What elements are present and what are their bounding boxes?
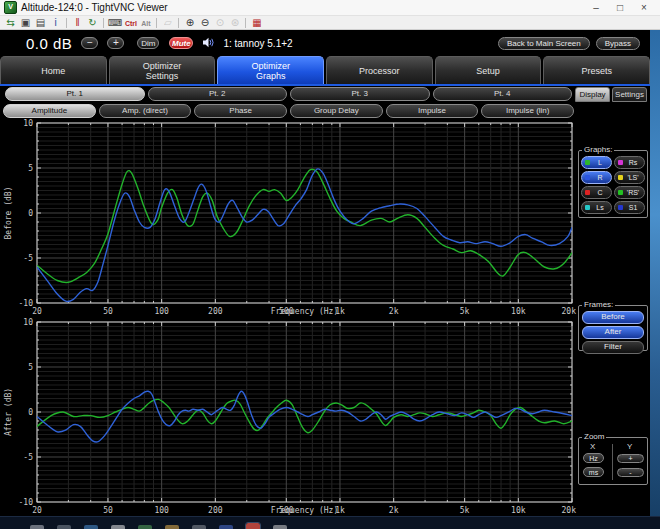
taskbar-app-icon[interactable] (219, 525, 233, 529)
frame-button-filter[interactable]: Filter (582, 341, 644, 354)
zoom-in-button[interactable]: ⊕ (183, 17, 196, 29)
mute-button[interactable]: Mute (169, 37, 193, 49)
taskbar-app-icon[interactable] (138, 525, 152, 529)
channel-button-r[interactable]: R (581, 171, 612, 184)
frames-box-label: Frames: (582, 300, 615, 309)
desktop-wallpaper (650, 30, 660, 516)
volume-down-button[interactable]: − (81, 37, 98, 49)
tab-processor[interactable]: Processor (326, 56, 433, 84)
graphs-box: Graphs: LRsR'LS'C'RS'LsS1 (578, 150, 648, 218)
toolbar-separator (156, 18, 157, 28)
svg-text:0: 0 (28, 209, 33, 218)
maximize-button[interactable]: □ (608, 1, 632, 15)
ctrl-key-button[interactable]: Ctrl (124, 17, 137, 29)
alt-key-button[interactable]: Alt (139, 17, 152, 29)
tab-home[interactable]: Home (0, 56, 107, 84)
tab-impulse-lin[interactable]: Impulse (lin) (481, 104, 574, 118)
tab-settings[interactable]: Settings (612, 87, 647, 102)
tab-pt-4[interactable]: Pt. 4 (433, 87, 573, 101)
frame-button-after[interactable]: After (582, 326, 644, 339)
channel-button-grid: LRsR'LS'C'RS'LsS1 (581, 156, 645, 216)
zoom-box: Zoom X Y Hz ms + - (578, 437, 648, 485)
toolbar-separator (66, 18, 67, 28)
volume-up-button[interactable]: + (107, 37, 124, 49)
tab-pt-2[interactable]: Pt. 2 (148, 87, 288, 101)
channel-button-ls[interactable]: 'LS' (614, 171, 645, 184)
channel-button-l[interactable]: L (581, 156, 612, 169)
save-session-button[interactable]: ▣ (19, 17, 32, 29)
taskbar-app-icon[interactable] (84, 525, 98, 529)
topbar-right-buttons: Back to Main Screen Bypass (498, 37, 640, 50)
tab-setup[interactable]: Setup (435, 56, 542, 84)
after-chart: 20501002005001k2k5k10k20k1050-5-10Freque… (0, 317, 577, 516)
channel-button-ls[interactable]: Ls (581, 201, 612, 214)
tab-impulse[interactable]: Impulse (386, 104, 479, 118)
tab-display[interactable]: Display (575, 87, 610, 102)
zoom-x-ms-button[interactable]: ms (583, 467, 604, 477)
connection-options-button[interactable]: ▤ (34, 17, 47, 29)
windows-taskbar (0, 516, 660, 529)
refresh-button[interactable]: ↻ (86, 17, 99, 29)
pt-tab-group: Pt. 1Pt. 2Pt. 3Pt. 4 (0, 87, 572, 101)
channel-label: Rs (625, 159, 641, 166)
taskbar-app-icon[interactable] (165, 525, 179, 529)
channel-label: R (592, 174, 608, 181)
channel-button-rs[interactable]: Rs (614, 156, 645, 169)
back-to-main-screen-button[interactable]: Back to Main Screen (498, 37, 590, 50)
taskbar-app-icon[interactable] (111, 525, 125, 529)
zoom-x-label: X (590, 442, 595, 451)
zoom-y-minus-button[interactable]: - (617, 468, 644, 477)
tab-group-delay[interactable]: Group Delay (290, 104, 383, 118)
close-button[interactable]: × (632, 1, 656, 15)
zoom-y-plus-button[interactable]: + (617, 454, 644, 463)
channel-button-c[interactable]: C (581, 186, 612, 199)
taskbar-app-icon[interactable] (192, 525, 206, 529)
bypass-button[interactable]: Bypass (596, 37, 640, 50)
channel-button-s1[interactable]: S1 (614, 201, 645, 214)
volume-topbar: 0.0 dB − + Dim Mute 1: tannoy 5.1+2 Back… (0, 30, 650, 56)
connection-info-button[interactable]: i (49, 17, 62, 29)
taskbar-app-icon[interactable] (246, 523, 260, 529)
taskbar-app-icon[interactable] (57, 525, 71, 529)
new-connection-button[interactable]: ⇆ (4, 17, 17, 29)
channel-color-swatch (618, 205, 623, 210)
source-label: 1: tannoy 5.1+2 (223, 38, 292, 49)
toolbar-separator (103, 18, 104, 28)
tab-pt-3[interactable]: Pt. 3 (290, 87, 430, 101)
zoom-100-button[interactable]: ⊙ (213, 17, 226, 29)
svg-text:200: 200 (208, 307, 223, 316)
taskbar-app-icon[interactable] (273, 525, 287, 529)
tab-optimizer-settings[interactable]: Optimizer Settings (109, 56, 216, 84)
channel-label: Ls (592, 204, 608, 211)
channel-label: 'RS' (625, 189, 641, 196)
minimize-button[interactable]: – (584, 1, 608, 15)
app-icon: V (4, 1, 17, 14)
measurement-point-row: Pt. 1Pt. 2Pt. 3Pt. 4 DisplaySettings (0, 86, 650, 102)
channel-color-swatch (618, 190, 623, 195)
frame-button-before[interactable]: Before (582, 311, 644, 324)
zoom-out-button[interactable]: ⊖ (198, 17, 211, 29)
tab-amp-direct[interactable]: Amp. (direct) (99, 104, 192, 118)
channel-color-swatch (585, 175, 590, 180)
tab-presets[interactable]: Presets (543, 56, 650, 84)
ctrl-alt-del-button[interactable]: ⌨ (108, 17, 122, 29)
svg-text:Frequency (Hz): Frequency (Hz) (271, 307, 338, 316)
taskbar-app-icon[interactable] (30, 525, 44, 529)
channel-button-rs[interactable]: 'RS' (614, 186, 645, 199)
svg-text:10: 10 (23, 318, 33, 327)
zoom-x-hz-button[interactable]: Hz (583, 453, 604, 463)
tab-optimizer-graphs[interactable]: Optimizer Graphs (217, 56, 324, 84)
fullscreen-button[interactable]: ▦ (250, 17, 263, 29)
frame-button-stack: BeforeAfterFilter (582, 311, 644, 354)
zoom-y-label: Y (627, 442, 632, 451)
pause-button[interactable]: ‖ (71, 17, 84, 29)
tab-phase[interactable]: Phase (194, 104, 287, 118)
display-settings-tab-group: DisplaySettings (575, 87, 650, 102)
dim-button[interactable]: Dim (137, 37, 159, 49)
file-transfer-button[interactable]: ▱ (161, 17, 174, 29)
graphs-box-label: Graphs: (582, 145, 614, 154)
tab-amplitude[interactable]: Amplitude (3, 104, 96, 118)
tab-pt-1[interactable]: Pt. 1 (5, 87, 145, 101)
zoom-auto-button[interactable]: ⊛ (228, 17, 241, 29)
svg-text:-10: -10 (19, 299, 34, 308)
